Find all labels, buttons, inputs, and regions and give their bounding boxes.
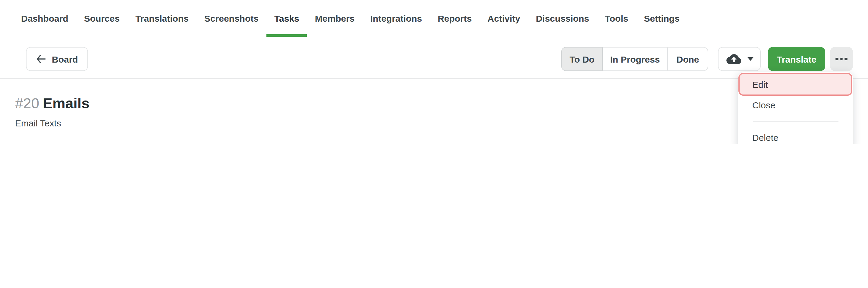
- nav-item-tasks[interactable]: Tasks: [274, 0, 299, 37]
- cloud-upload-icon: [725, 53, 742, 65]
- nav-item-reports[interactable]: Reports: [438, 0, 472, 37]
- back-button-label: Board: [52, 54, 78, 64]
- nav-item-tools[interactable]: Tools: [605, 0, 628, 37]
- project-nav: Dashboard Sources Translations Screensho…: [0, 0, 868, 37]
- nav-item-members[interactable]: Members: [315, 0, 355, 37]
- task-id: #20: [15, 95, 39, 111]
- nav-item-translations[interactable]: Translations: [135, 0, 189, 37]
- nav-item-screenshots[interactable]: Screenshots: [204, 0, 258, 37]
- back-arrow-icon: [36, 55, 46, 63]
- task-detail-page: Dashboard Sources Translations Screensho…: [0, 0, 868, 144]
- menu-divider: [753, 121, 838, 121]
- status-filter: To Do In Progress Done: [561, 47, 708, 71]
- menu-item-edit[interactable]: Edit: [738, 73, 852, 96]
- ellipsis-icon: [836, 58, 847, 61]
- export-dropdown-button[interactable]: [718, 47, 761, 71]
- caret-down-icon: [747, 57, 753, 61]
- status-tab-todo[interactable]: To Do: [561, 47, 603, 71]
- task-name: Emails: [43, 95, 90, 111]
- nav-item-sources[interactable]: Sources: [84, 0, 120, 37]
- status-tab-done[interactable]: Done: [668, 47, 708, 71]
- nav-item-settings[interactable]: Settings: [644, 0, 679, 37]
- menu-item-delete[interactable]: Delete: [738, 129, 853, 144]
- nav-item-integrations[interactable]: Integrations: [370, 0, 422, 37]
- nav-item-discussions[interactable]: Discussions: [536, 0, 589, 37]
- menu-item-close[interactable]: Close: [738, 96, 853, 113]
- status-tab-in-progress[interactable]: In Progress: [603, 47, 668, 71]
- more-actions-menu: Edit Close Delete: [738, 72, 853, 144]
- back-to-board-button[interactable]: Board: [26, 47, 88, 71]
- nav-item-dashboard[interactable]: Dashboard: [21, 0, 68, 37]
- task-toolbar: Board To Do In Progress Done Translate: [0, 37, 868, 79]
- translate-button[interactable]: Translate: [768, 47, 825, 71]
- more-actions-button[interactable]: [830, 47, 853, 71]
- nav-item-activity[interactable]: Activity: [488, 0, 520, 37]
